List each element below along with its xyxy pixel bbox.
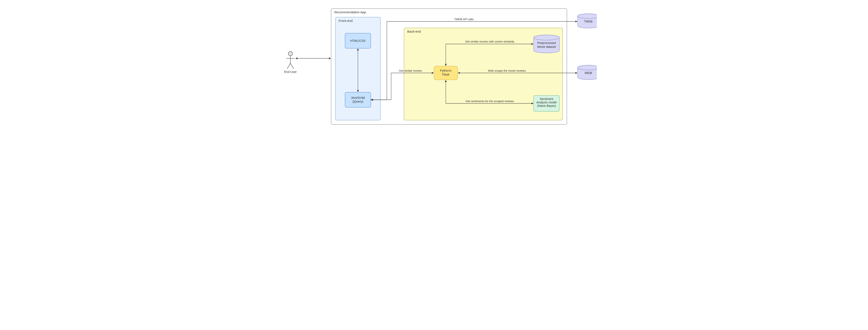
- svg-point-11: [534, 35, 559, 40]
- edge-scrape-label: Web scrape the movie reviews: [488, 69, 526, 72]
- node-tmdb: TMDB: [578, 14, 597, 28]
- svg-point-14: [578, 65, 597, 70]
- node-tmdb-label: TMDB: [584, 20, 593, 23]
- edge-cosine-label: Get similar movies with cosine similarit…: [465, 40, 515, 43]
- svg-line-4: [290, 63, 293, 68]
- svg-line-3: [287, 63, 290, 68]
- svg-point-13: [578, 14, 597, 19]
- node-flask: Python's Flask: [434, 66, 458, 80]
- container-backend-label: Back-end: [407, 30, 421, 33]
- node-preprocessed-line1: Preprocessed: [537, 41, 556, 45]
- actor-label: End User: [284, 70, 297, 74]
- edge-sentiments-label: Get sentiments for the scraped reviews: [465, 100, 514, 103]
- node-preprocessed-line2: Movie dataset: [537, 45, 556, 49]
- architecture-diagram: End User Recommendation App Front-end Ba…: [271, 4, 597, 129]
- node-htmlcss: HTML/CSS: [345, 33, 371, 48]
- node-javascript: JavaScript (jQuery): [345, 92, 371, 107]
- node-flask-line2: Flask: [442, 73, 450, 76]
- svg-point-0: [288, 52, 292, 56]
- node-htmlcss-label: HTML/CSS: [350, 39, 366, 43]
- node-imdb: IMDB: [578, 65, 597, 80]
- node-sentiment-line3: (Naive Bayes): [537, 104, 556, 108]
- node-javascript-line2: (jQuery): [352, 100, 364, 103]
- edge-tmdb-api-label: TMDB API calls: [454, 18, 474, 21]
- node-imdb-label: IMDB: [585, 71, 592, 75]
- node-sentiment-line1: Sentiment: [540, 97, 553, 101]
- node-preprocessed-dataset: Preprocessed Movie dataset: [534, 35, 559, 53]
- node-javascript-line1: JavaScript: [351, 96, 365, 99]
- actor-end-user: End User: [284, 52, 297, 74]
- node-sentiment-line2: Analysis model: [536, 101, 557, 104]
- container-frontend-label: Front-end: [339, 19, 352, 23]
- edge-similar-movies-label: Get similar movies: [399, 69, 422, 72]
- node-flask-line1: Python's: [440, 69, 452, 72]
- container-app-label: Recommendation App: [334, 10, 366, 14]
- node-sentiment-model: Sentiment Analysis model (Naive Bayes): [534, 95, 559, 111]
